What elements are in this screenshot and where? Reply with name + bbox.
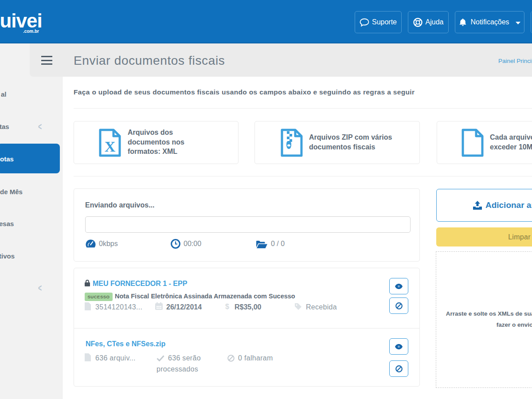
svg-text:X: X xyxy=(105,138,116,155)
